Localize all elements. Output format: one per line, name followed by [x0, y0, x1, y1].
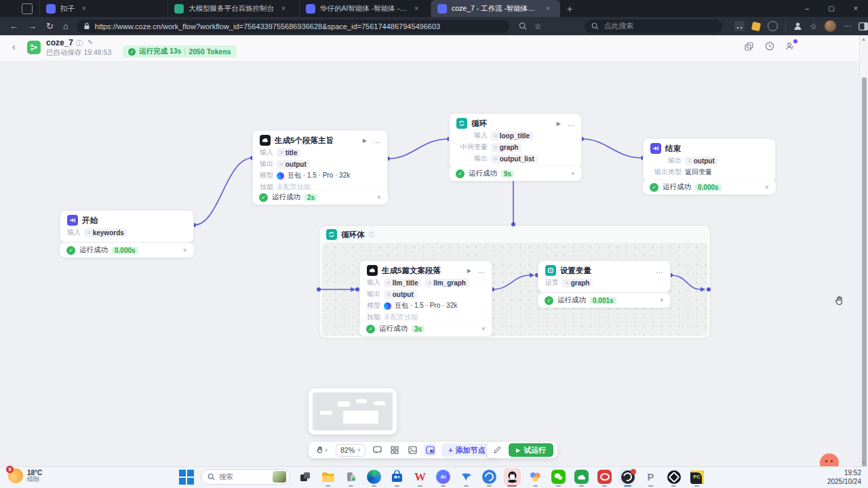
- tab-overview-icon[interactable]: [22, 3, 33, 14]
- tab-agent[interactable]: 华仔的AI智能体 -智能体 - 扣子 ×: [299, 0, 431, 17]
- tab-close-icon[interactable]: ×: [414, 5, 418, 12]
- xunlei-icon[interactable]: [458, 468, 475, 485]
- run-node-icon[interactable]: ▶: [467, 268, 471, 274]
- zoom-page-icon[interactable]: [519, 22, 527, 30]
- forward-icon[interactable]: →: [28, 21, 37, 31]
- node-loop[interactable]: 循环 ▶ … 输入 ≡loop_title 中间变量 ≡graph 输出 ≡ou…: [449, 113, 582, 169]
- chevron-down-icon[interactable]: ∨: [764, 184, 769, 190]
- netease-app-icon[interactable]: [596, 468, 613, 485]
- node-loop-status[interactable]: ✓ 运行成功 9s ∨: [449, 166, 582, 181]
- node-more-icon[interactable]: …: [656, 266, 663, 274]
- start-button[interactable]: [178, 468, 195, 485]
- sidebar-panel-icon[interactable]: [859, 22, 868, 30]
- window-close-button[interactable]: ×: [844, 5, 868, 12]
- back-icon[interactable]: ←: [9, 21, 18, 31]
- browser-menu-icon[interactable]: ⋯: [844, 22, 851, 30]
- workflow-back-button[interactable]: ‹: [12, 41, 16, 52]
- profile-key-icon[interactable]: [793, 22, 802, 30]
- node-start[interactable]: 开始 输入 ≡keywords: [60, 210, 194, 243]
- node-gen-paragraphs-status[interactable]: ✓ 运行成功 3s ∨: [359, 321, 492, 336]
- qq-icon[interactable]: [504, 468, 521, 485]
- bookmark-star-icon[interactable]: ☆: [534, 22, 542, 31]
- node-gen-paragraphs[interactable]: 生成5篇文案段落 ▶ … 输入 ≡llm_title ≡llm_graph 输出…: [359, 260, 492, 327]
- extension-camera-icon[interactable]: [734, 21, 745, 31]
- node-end[interactable]: 结束 输出 ≡output 输出类型 返回变量: [643, 138, 776, 182]
- minimap-toggle-icon[interactable]: [424, 444, 436, 456]
- duplicate-icon[interactable]: [745, 41, 753, 54]
- debug-pen-icon[interactable]: [491, 444, 503, 456]
- taskbar-clock[interactable]: 19:52 2025/10/24: [827, 469, 861, 486]
- home-icon[interactable]: ⌂: [63, 21, 68, 31]
- node-end-status[interactable]: ✓ 运行成功 0.000s ∨: [643, 180, 776, 195]
- window-minimize-button[interactable]: –: [795, 5, 819, 12]
- tab-close-icon[interactable]: ×: [546, 5, 550, 12]
- add-node-button[interactable]: + 添加节点: [441, 443, 492, 457]
- node-set-variable[interactable]: 设置变量 … 设置 ≡graph: [538, 260, 671, 293]
- office-suite-icon[interactable]: [527, 468, 544, 485]
- chevron-down-icon[interactable]: ∨: [376, 195, 381, 200]
- new-tab-button[interactable]: +: [567, 3, 572, 14]
- tab-workflow-active[interactable]: coze_7 - 工作流 -智能体平台 ×: [431, 0, 560, 17]
- file-explorer-icon[interactable]: [319, 468, 336, 485]
- baidu-netdisk-icon[interactable]: [481, 468, 498, 485]
- wechat-icon[interactable]: [550, 468, 567, 485]
- info-icon[interactable]: ⓘ: [76, 39, 83, 48]
- node-more-icon[interactable]: …: [567, 119, 574, 127]
- task-view-button[interactable]: [296, 468, 313, 485]
- tab-close-icon[interactable]: ×: [281, 5, 285, 12]
- auto-layout-icon[interactable]: [389, 444, 401, 456]
- address-bar[interactable]: https://www.coze.cn/work_flow?workflow_i…: [77, 20, 510, 33]
- weather-widget[interactable]: 9 18°C 晴朗: [8, 468, 42, 483]
- wps-icon[interactable]: W: [412, 468, 429, 485]
- page-scrollbar[interactable]: ▲ ▼: [859, 35, 868, 466]
- window-restore-button[interactable]: ▢: [819, 5, 844, 12]
- row-label: 输入: [67, 228, 81, 237]
- test-run-button[interactable]: ▶ 试运行: [509, 443, 553, 457]
- browser-avatar[interactable]: [825, 20, 836, 32]
- obs-icon[interactable]: [619, 468, 636, 485]
- collaborators-icon[interactable]: [785, 41, 795, 54]
- node-gen-outline-status[interactable]: ✓ 运行成功 2s ∨: [252, 190, 388, 205]
- chevron-down-icon[interactable]: ∨: [481, 326, 486, 331]
- reload-icon[interactable]: ↻: [46, 21, 54, 31]
- node-gen-outline[interactable]: 生成5个段落主旨 ▶ … 输入 ≡title 输出 ≡output 模型 豆包 …: [252, 130, 388, 197]
- minimap[interactable]: [309, 388, 397, 434]
- scroll-up-arrow[interactable]: ▲: [861, 37, 867, 41]
- taskbar-search-box[interactable]: 搜索: [201, 469, 290, 485]
- run-complete-badge[interactable]: ✓ 运行完成 13s 2050 Tokens: [123, 45, 237, 58]
- node-set-variable-status[interactable]: ✓ 运行成功 0.001s ∨: [538, 293, 671, 308]
- microsoft-store-icon[interactable]: [389, 468, 406, 485]
- favorites-list-icon[interactable]: ☆: [810, 22, 817, 31]
- chevron-down-icon[interactable]: ∨: [659, 298, 664, 303]
- chevron-down-icon[interactable]: ∨: [570, 171, 575, 176]
- tab-bailian[interactable]: 大模型服务平台百炼控制台 ×: [167, 0, 299, 17]
- tab-kouzi[interactable]: 扣子 ×: [39, 0, 167, 17]
- export-image-icon[interactable]: [406, 444, 418, 456]
- chevron-down-icon[interactable]: ∨: [182, 247, 187, 253]
- node-more-icon[interactable]: …: [373, 136, 380, 144]
- extension-lightning-icon[interactable]: [751, 21, 761, 30]
- tab-close-icon[interactable]: ×: [82, 5, 86, 12]
- edit-title-icon[interactable]: ✎: [87, 39, 93, 48]
- cloud-app-icon[interactable]: [573, 468, 590, 485]
- scroll-down-arrow[interactable]: ▼: [861, 460, 867, 465]
- tokens-text: 2050 Tokens: [189, 47, 231, 56]
- quark-browser-icon[interactable]: Ai: [435, 468, 452, 485]
- run-node-icon[interactable]: ▶: [363, 138, 367, 144]
- dark-circle-app-icon[interactable]: [665, 468, 682, 485]
- zoom-level-select[interactable]: 82% ∨: [336, 444, 366, 457]
- node-more-icon[interactable]: …: [477, 266, 485, 274]
- comment-tool-icon[interactable]: [371, 444, 383, 456]
- extension-ring-icon[interactable]: [768, 21, 778, 31]
- hand-tool[interactable]: ∨: [314, 444, 330, 456]
- phone-link-icon[interactable]: [342, 468, 359, 485]
- quick-search-box[interactable]: 点此搜索: [585, 20, 722, 33]
- node-start-status[interactable]: ✓ 运行成功 0.000s ∨: [60, 243, 194, 258]
- scrollbar-thumb[interactable]: [862, 77, 867, 467]
- row-label: 输出: [456, 154, 488, 163]
- run-node-icon[interactable]: ▶: [557, 121, 561, 127]
- edge-browser-icon[interactable]: [366, 468, 382, 485]
- pycharm-icon[interactable]: PC: [688, 468, 705, 485]
- pp-app-icon[interactable]: P: [642, 468, 659, 485]
- history-clock-icon[interactable]: [765, 41, 774, 54]
